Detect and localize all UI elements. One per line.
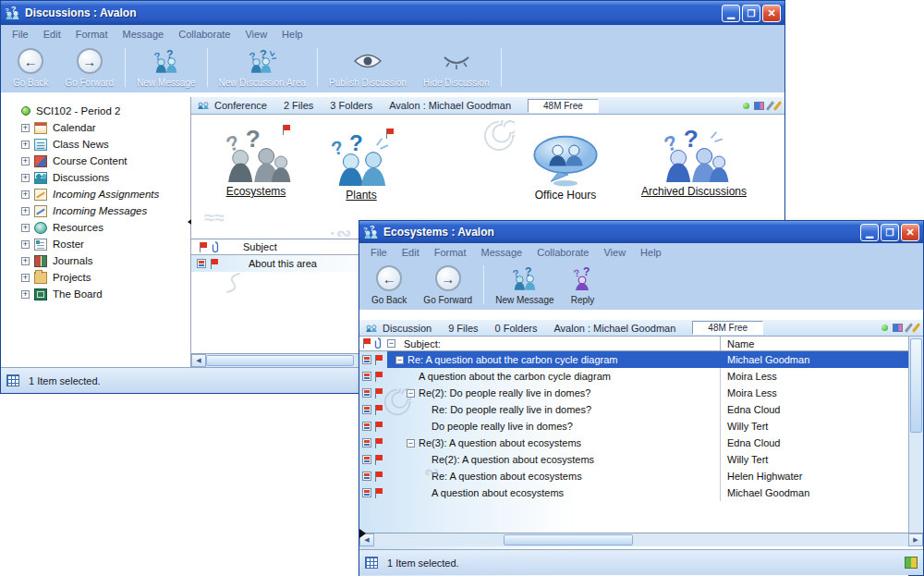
window-ecosystems: ?? Ecosystems : Avalon ▁ ❐ ✕ File Edit F… <box>359 220 924 576</box>
tree-item-projects[interactable]: +Projects <box>1 269 190 286</box>
collapse-icon[interactable]: − <box>407 439 415 447</box>
menu-file[interactable]: File <box>5 29 36 40</box>
go-back-button[interactable]: ← Go Back <box>363 263 415 307</box>
view-grid-icon[interactable] <box>754 102 764 110</box>
table-row[interactable]: −Re(2): Do people really live in domes? … <box>359 385 908 401</box>
new-message-button[interactable]: ?? New Message <box>128 45 203 90</box>
expand-icon[interactable]: + <box>21 240 30 249</box>
menu-format[interactable]: Format <box>68 29 116 40</box>
tree-item-class-news[interactable]: +Class News <box>1 136 190 153</box>
scroll-right-arrow[interactable]: ▶ <box>908 533 923 546</box>
scrollbar-thumb[interactable] <box>504 534 633 545</box>
horizontal-scrollbar[interactable]: ◀ ▶ <box>359 533 923 546</box>
menu-view[interactable]: View <box>237 29 274 40</box>
menu-format[interactable]: Format <box>427 247 474 258</box>
tree-root[interactable]: SCI102 - Period 2 <box>1 103 190 119</box>
scrollbar-thumb[interactable] <box>910 338 922 433</box>
collapse-all-icon[interactable]: − <box>387 339 395 348</box>
menu-collaborate[interactable]: Collaborate <box>171 29 237 40</box>
table-row[interactable]: −Re(3): A question about ecosystems Edna… <box>359 435 908 451</box>
view-grid-icon[interactable] <box>893 324 903 332</box>
collapse-icon[interactable]: − <box>407 389 415 398</box>
expand-icon[interactable]: + <box>21 174 30 182</box>
tree-item-the-board[interactable]: +The Board <box>1 286 190 302</box>
close-button[interactable]: ✕ <box>901 224 919 241</box>
status-text: 1 Item selected. <box>387 558 459 569</box>
tree-item-journals[interactable]: +Journals <box>1 252 190 269</box>
titlebar[interactable]: ?? Discussions : Avalon ▁ ❐ ✕ <box>1 1 784 25</box>
expand-icon[interactable]: + <box>21 157 30 165</box>
maximize-button[interactable]: ❐ <box>742 5 760 22</box>
menu-file[interactable]: File <box>363 247 395 258</box>
scrollbar-thumb[interactable] <box>206 355 354 366</box>
expand-icon[interactable]: + <box>21 224 30 232</box>
tree-item-calendar[interactable]: +Calendar <box>1 119 190 136</box>
layout-grid-icon[interactable] <box>905 557 918 569</box>
titlebar[interactable]: ?? Ecosystems : Avalon ▁ ❐ ✕ <box>359 221 923 243</box>
table-header[interactable]: −Subject: Name <box>359 337 923 351</box>
tree-item-roster[interactable]: +Roster <box>1 236 190 252</box>
publish-discussion-button[interactable]: Publish Discussion <box>321 45 415 90</box>
file-count: 2 Files <box>284 100 313 111</box>
tree-item-discussions[interactable]: +Discussions <box>1 169 190 186</box>
hide-discussion-button[interactable]: Hide Discussion <box>415 45 498 90</box>
new-message-button[interactable]: ?? New Message <box>487 263 562 307</box>
expand-icon[interactable]: + <box>21 207 30 215</box>
close-button[interactable]: ✕ <box>762 5 781 22</box>
tree-item-resources[interactable]: +Resources <box>1 219 190 236</box>
minimize-button[interactable]: ▁ <box>722 5 740 22</box>
table-row[interactable]: A question about ecosystems Michael Good… <box>359 484 908 501</box>
menu-edit[interactable]: Edit <box>36 29 68 40</box>
reply-button[interactable]: ?? Reply <box>563 263 603 307</box>
go-forward-button[interactable]: → Go Forward <box>415 263 480 307</box>
scroll-left-arrow[interactable]: ◀ <box>191 354 206 367</box>
maximize-button[interactable]: ❐ <box>881 224 899 241</box>
desktop-icon-archived-discussions[interactable]: ?? Archived Discussions <box>620 128 768 198</box>
vertical-scrollbar[interactable] <box>908 337 923 533</box>
expand-icon[interactable]: + <box>21 141 30 149</box>
expand-icon[interactable]: + <box>21 290 30 299</box>
menu-help[interactable]: Help <box>274 29 310 40</box>
table-row[interactable]: Re(2): A question about ecosystems Willy… <box>359 451 908 468</box>
desktop-icon-plants[interactable]: ?? Plants <box>308 131 415 202</box>
menu-message[interactable]: Message <box>116 29 172 40</box>
tree-item-incoming-assignments[interactable]: +Incoming Assignments <box>1 186 190 202</box>
pencil-gold-icon[interactable] <box>773 101 782 111</box>
pencil-gold-icon[interactable] <box>912 323 920 333</box>
menu-help[interactable]: Help <box>633 247 669 258</box>
collapse-icon[interactable]: − <box>395 356 404 364</box>
expand-icon[interactable]: + <box>21 124 30 132</box>
desktop-icon-ecosystems[interactable]: ?? Ecosystems <box>201 128 311 198</box>
table-row[interactable]: Re: Do people really live in domes? Edna… <box>359 401 908 418</box>
table-row[interactable]: −Re: A question about the carbon cycle d… <box>359 351 908 368</box>
expand-icon[interactable]: + <box>21 190 30 199</box>
tree-item-incoming-messages[interactable]: +Incoming Messages <box>1 202 190 219</box>
tree-item-course-content[interactable]: +Course Content <box>1 153 190 169</box>
paperclip-icon <box>374 337 382 349</box>
go-back-button[interactable]: ← Go Back <box>5 45 56 90</box>
menu-message[interactable]: Message <box>474 247 530 258</box>
name-cell: Willy Tert <box>720 451 908 468</box>
menu-edit[interactable]: Edit <box>395 247 427 258</box>
expand-icon[interactable]: + <box>21 257 30 265</box>
svg-text:?: ? <box>349 135 363 155</box>
scrollbar-track[interactable] <box>374 533 908 546</box>
new-message-icon: ?? <box>152 47 180 75</box>
flag-icon <box>199 242 208 252</box>
expand-icon[interactable]: + <box>21 274 30 282</box>
table-row[interactable]: Re: A question about ecosystems Helen Hi… <box>359 468 908 484</box>
table-row[interactable]: A question about the carbon cycle diagra… <box>359 368 908 385</box>
menu-collaborate[interactable]: Collaborate <box>529 247 596 258</box>
view-toggle-icon[interactable] <box>365 557 378 569</box>
go-forward-button[interactable]: → Go Forward <box>56 45 122 90</box>
minimize-button[interactable]: ▁ <box>860 224 879 241</box>
menu-view[interactable]: View <box>596 247 633 258</box>
online-dot-icon <box>881 325 888 331</box>
pane-collapse-arrow[interactable] <box>359 529 371 538</box>
view-toggle-icon[interactable] <box>6 374 19 386</box>
table-row[interactable]: Do people really live in domes? Willy Te… <box>359 418 908 435</box>
new-discussion-area-button[interactable]: ?? New Discussion Area <box>211 45 314 90</box>
subject-cell: Re(2): A question about ecosystems <box>432 454 594 465</box>
desktop-icon-office-hours[interactable]: Office Hours <box>505 131 626 202</box>
discussion-people-icon: ?? <box>620 128 768 183</box>
